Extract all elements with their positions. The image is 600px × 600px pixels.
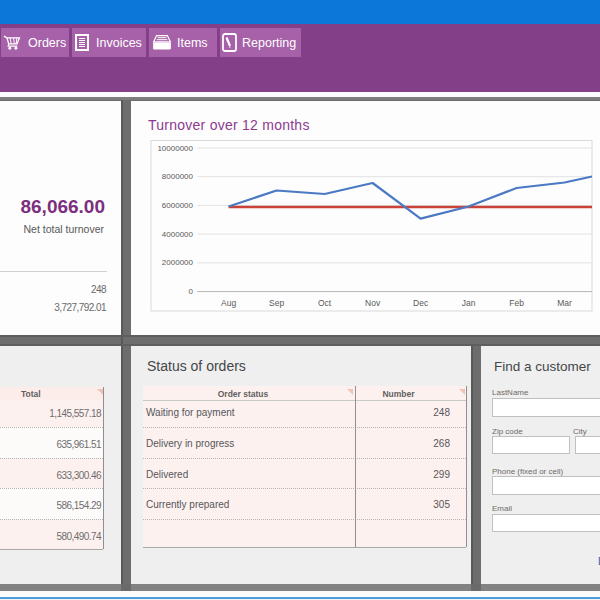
svg-text:10000000: 10000000	[157, 144, 193, 153]
svg-text:Jan: Jan	[462, 298, 476, 308]
svg-text:Feb: Feb	[509, 298, 524, 308]
svg-text:Mar: Mar	[557, 298, 572, 308]
svg-text:Aug: Aug	[221, 298, 236, 308]
svg-text:2000000: 2000000	[162, 258, 194, 267]
svg-text:6000000: 6000000	[162, 201, 194, 210]
svg-text:4000000: 4000000	[162, 230, 194, 239]
svg-text:Nov: Nov	[365, 298, 381, 308]
svg-text:8000000: 8000000	[162, 172, 194, 181]
svg-text:Dec: Dec	[413, 298, 429, 308]
svg-text:0: 0	[189, 287, 194, 296]
svg-text:Oct: Oct	[318, 298, 332, 308]
svg-text:Sep: Sep	[269, 298, 284, 308]
